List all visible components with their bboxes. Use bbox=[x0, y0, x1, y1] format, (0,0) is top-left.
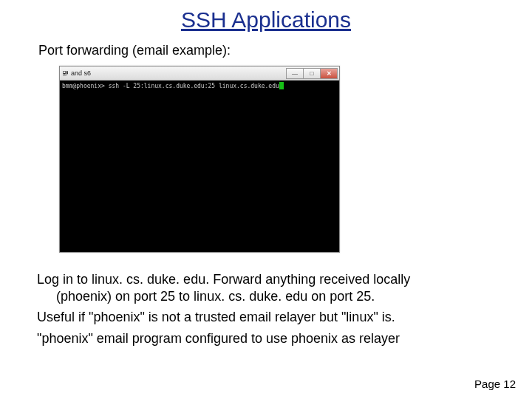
slide-subtitle: Port forwarding (email example): bbox=[38, 43, 495, 58]
minimize-button[interactable]: — bbox=[286, 68, 304, 79]
terminal-cursor-icon bbox=[279, 82, 284, 89]
body-line: (phoenix) on port 25 to linux. cs. duke.… bbox=[56, 289, 375, 304]
slide-title: SSH Applications bbox=[37, 7, 495, 33]
window-titlebar: 🖳 and s6 — □ ✕ bbox=[60, 66, 339, 81]
window-buttons: — □ ✕ bbox=[287, 68, 338, 79]
window-icon: 🖳 bbox=[61, 69, 69, 77]
terminal-window: 🖳 and s6 — □ ✕ bmm@phoenix> ssh -L 25:li… bbox=[59, 66, 340, 253]
body-line: Log in to linux. cs. duke. edu. Forward … bbox=[37, 272, 410, 287]
close-button[interactable]: ✕ bbox=[320, 68, 338, 79]
body-paragraph-3: "phoenix" email program configured to us… bbox=[37, 330, 495, 347]
terminal-prompt: bmm@phoenix> bbox=[62, 83, 109, 89]
body-paragraph-2: Useful if "phoenix" is not a trusted ema… bbox=[37, 309, 495, 326]
terminal-body[interactable]: bmm@phoenix> ssh -L 25:linux.cs.duke.edu… bbox=[60, 81, 339, 252]
window-title: and s6 bbox=[71, 69, 287, 77]
body-paragraph-1: Log in to linux. cs. duke. edu. Forward … bbox=[37, 271, 495, 304]
page-number: Page 12 bbox=[474, 378, 516, 390]
maximize-button[interactable]: □ bbox=[303, 68, 321, 79]
terminal-command: ssh -L 25:linux.cs.duke.edu:25 linux.cs.… bbox=[109, 83, 279, 89]
body-text: Log in to linux. cs. duke. edu. Forward … bbox=[37, 271, 495, 347]
